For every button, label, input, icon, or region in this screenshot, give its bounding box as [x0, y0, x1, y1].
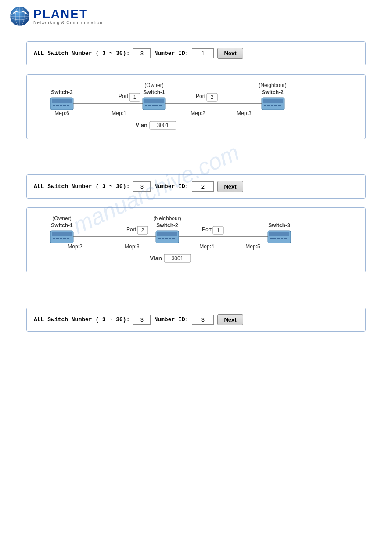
diagram2-mep4: Mep:4: [199, 243, 214, 250]
section1-number-id-label: Number ID:: [154, 50, 188, 57]
diagram1-switch1-icon: [143, 98, 165, 110]
section3-all-switch-label: ALL Switch Number ( 3 ~ 30):: [34, 316, 129, 323]
svg-rect-38: [165, 238, 168, 239]
svg-rect-42: [269, 232, 289, 236]
svg-rect-12: [67, 105, 69, 106]
diagram1-port1-label: Port: [119, 93, 129, 99]
section1-all-switch-input[interactable]: [133, 48, 151, 58]
diagram1-box: (Owner) (Neighbour) Switch-3 Switch-1 Sw…: [26, 74, 366, 139]
diagram1-mep6: Mep:6: [54, 110, 69, 116]
svg-rect-43: [270, 238, 273, 239]
diagram1-vlan-value: 3001: [157, 122, 169, 128]
diagram2-svg: (Owner) (Neighbour) Switch-1 Switch-2 Sw…: [36, 214, 308, 265]
diagram2-owner-label: (Owner): [52, 215, 71, 221]
spacer1: [26, 157, 366, 174]
svg-rect-15: [145, 105, 147, 106]
section3-all-switch-input[interactable]: [133, 315, 151, 325]
diagram2-switch1-icon: [50, 231, 73, 243]
svg-rect-32: [63, 238, 66, 239]
svg-rect-8: [53, 105, 55, 106]
section3-form-box: ALL Switch Number ( 3 ~ 30): Number ID: …: [26, 308, 366, 332]
diagram1-port1-value: 1: [133, 94, 137, 100]
svg-rect-22: [264, 105, 266, 106]
diagram1-port2-label: Port: [196, 93, 206, 99]
diagram1-mep2: Mep:2: [191, 110, 205, 116]
svg-rect-7: [52, 99, 72, 103]
diagram1-switch3-label: Switch-3: [51, 89, 73, 95]
logo-planet-label: PLANET: [33, 8, 103, 20]
svg-rect-46: [281, 238, 283, 239]
section3-number-id-input[interactable]: [192, 315, 214, 325]
diagram1-mep1: Mep:1: [111, 110, 126, 116]
svg-rect-44: [273, 238, 276, 239]
logo-globe-icon: [9, 5, 31, 27]
section2-all-switch-input[interactable]: [133, 181, 151, 192]
svg-rect-33: [67, 238, 69, 239]
diagram1-mep3: Mep:3: [237, 110, 252, 116]
diagram2-port1-value: 2: [141, 227, 144, 233]
svg-rect-30: [56, 238, 59, 239]
section1-number-id-input[interactable]: [192, 48, 214, 58]
svg-rect-21: [263, 99, 283, 103]
diagram2-mep5: Mep:5: [245, 243, 260, 250]
diagram1-port2-value: 2: [211, 94, 214, 100]
svg-rect-9: [56, 105, 59, 106]
section2-next-button[interactable]: Next: [217, 181, 243, 192]
svg-rect-28: [52, 232, 72, 236]
diagram1-vlan-label: Vlan: [136, 122, 148, 128]
diagram2-port2-label: Port: [202, 226, 212, 232]
svg-rect-10: [60, 105, 62, 106]
diagram1-switch3-icon: [50, 98, 73, 110]
svg-rect-40: [172, 238, 175, 239]
svg-rect-14: [144, 99, 164, 103]
svg-rect-29: [53, 238, 55, 239]
spacer2: [26, 290, 366, 308]
diagram2-vlan-label: Vlan: [150, 255, 162, 261]
logo-subtitle-label: Networking & Communication: [33, 20, 103, 25]
diagram1-switch1-label: Switch-1: [143, 89, 165, 95]
diagram2-port2-value: 1: [217, 227, 220, 233]
logo: PLANET Networking & Communication: [9, 5, 103, 27]
section2-number-id-input[interactable]: [192, 181, 214, 192]
diagram2-mep3: Mep:3: [125, 243, 140, 250]
svg-rect-25: [274, 105, 277, 106]
diagram1-switch2-icon: [262, 98, 284, 110]
svg-rect-39: [169, 238, 171, 239]
svg-rect-26: [278, 105, 281, 106]
section2-form-row: ALL Switch Number ( 3 ~ 30): Number ID: …: [34, 181, 358, 192]
diagram1-switch2-label: Switch-2: [262, 89, 284, 95]
svg-rect-47: [284, 238, 287, 239]
section2-number-id-label: Number ID:: [154, 183, 188, 190]
logo-text: PLANET Networking & Communication: [33, 8, 103, 25]
svg-rect-23: [267, 105, 270, 106]
svg-rect-18: [155, 105, 158, 106]
diagram1-neighbour-label: (Neighbour): [259, 82, 286, 88]
diagram2-port1-label: Port: [126, 226, 137, 232]
section1-form-row: ALL Switch Number ( 3 ~ 30): Number ID: …: [34, 48, 358, 59]
diagram2-switch2-icon: [156, 231, 179, 243]
svg-rect-11: [63, 105, 66, 106]
diagram1-svg: (Owner) (Neighbour) Switch-3 Switch-1 Sw…: [36, 81, 308, 131]
section1-form-box: ALL Switch Number ( 3 ~ 30): Number ID: …: [26, 41, 366, 65]
diagram1-owner-label: (Owner): [144, 82, 163, 88]
diagram2-vlan-value: 3001: [172, 255, 183, 261]
svg-rect-37: [162, 238, 164, 239]
section3-number-id-label: Number ID:: [154, 316, 188, 323]
section2-form-box: ALL Switch Number ( 3 ~ 30): Number ID: …: [26, 174, 366, 199]
diagram2-mep2: Mep:2: [68, 243, 83, 250]
svg-rect-31: [60, 238, 62, 239]
svg-rect-17: [152, 105, 155, 106]
svg-rect-24: [271, 105, 273, 106]
diagram2-switch3-label: Switch-3: [268, 222, 290, 229]
diagram2-switch2-label: Switch-2: [156, 222, 178, 229]
diagram2-neighbour-label: (Neighbour): [153, 215, 181, 221]
svg-rect-16: [148, 105, 151, 106]
svg-rect-36: [158, 238, 161, 239]
section3-form-row: ALL Switch Number ( 3 ~ 30): Number ID: …: [34, 314, 358, 325]
diagram2-switch3-icon: [268, 231, 291, 243]
section1-all-switch-label: ALL Switch Number ( 3 ~ 30):: [34, 50, 129, 57]
header: PLANET Networking & Communication: [0, 0, 392, 33]
section1-next-button[interactable]: Next: [217, 48, 243, 59]
main-content: ALL Switch Number ( 3 ~ 30): Number ID: …: [0, 33, 392, 349]
section3-next-button[interactable]: Next: [217, 314, 243, 325]
